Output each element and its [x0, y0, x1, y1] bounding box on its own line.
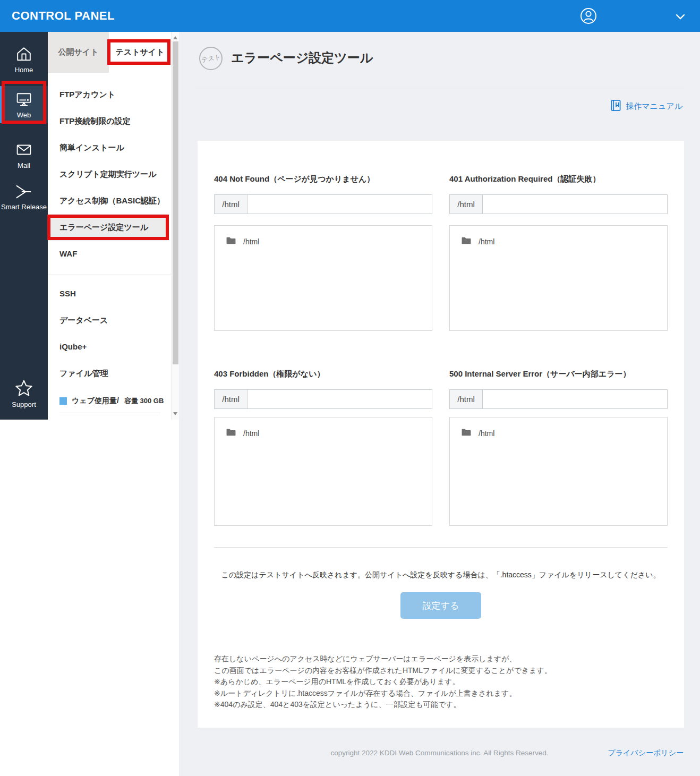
section-404-file-browser: /html — [214, 225, 432, 331]
rail-label-home: Home — [0, 66, 48, 74]
sidebar-item-error-page-tool[interactable]: エラーページ設定ツール — [48, 214, 168, 241]
section-401-title: 401 Authorization Required（認証失敗） — [449, 174, 668, 184]
manual-link[interactable]: 操作マニュアル — [610, 99, 682, 113]
section-401-tree-label: /html — [479, 237, 494, 246]
app-title: CONTROL PANEL — [12, 0, 115, 32]
scrollbar-down-arrow[interactable] — [173, 412, 177, 415]
section-404-tree-label: /html — [243, 237, 259, 246]
tab-public-site[interactable]: 公開サイト — [48, 32, 109, 73]
section-401: 401 Authorization Required（認証失敗） /html /… — [449, 141, 668, 331]
sidebar-item-easy-install[interactable]: 簡単インストール — [48, 134, 171, 161]
section-401-path-input[interactable] — [482, 194, 668, 214]
usage-label: ウェブ使用量/ — [72, 396, 119, 406]
sidebar-item-ftp-restriction[interactable]: FTP接続制限の設定 — [48, 108, 171, 134]
user-circle-icon — [579, 18, 597, 27]
section-404-tree-root[interactable]: /html — [226, 236, 259, 247]
usage-legend-square — [59, 397, 67, 405]
tab-test-site[interactable]: テストサイト — [109, 32, 171, 73]
section-401-path-prefix: /html — [449, 194, 482, 214]
section-403-title: 403 Forbidden（権限がない） — [214, 369, 432, 379]
sidebar-item-script-scheduler[interactable]: スクリプト定期実行ツール — [48, 161, 171, 187]
star-icon — [0, 378, 48, 398]
sidebar-item-file-manager[interactable]: ファイル管理 — [48, 360, 171, 387]
rail-item-mail[interactable]: Mail — [0, 137, 48, 171]
settings-card: 404 Not Found（ページが見つかりません） /html /html — [198, 141, 684, 728]
app-header: CONTROL PANEL — [0, 0, 700, 32]
rail-item-support[interactable]: Support — [0, 375, 48, 415]
rail-label-smart-release: Smart Release — [0, 203, 48, 211]
usage-capacity: 容量 300 GB — [124, 396, 164, 406]
description-notes: 存在しないページへのアクセス時などにウェブサーバーはエラーページを表示しますが、… — [214, 653, 668, 711]
monitor-icon — [0, 90, 48, 109]
scrollbar-up-arrow[interactable] — [173, 36, 177, 39]
home-icon — [0, 45, 48, 64]
note-line: ※ルートディレクトリに.htaccessファイルが存在する場合、ファイルが上書き… — [214, 688, 668, 700]
scrollbar-thumb[interactable] — [173, 41, 178, 364]
section-404-path-input[interactable] — [247, 194, 432, 214]
reflect-notice: この設定はテストサイトへ反映されます。公開サイトへ設定を反映する場合は、「.ht… — [198, 570, 684, 580]
section-403-tree-label: /html — [243, 429, 259, 438]
sidebar-menu: FTPアカウント FTP接続制限の設定 簡単インストール スクリプト定期実行ツー… — [48, 81, 171, 413]
submit-button[interactable]: 設定する — [400, 592, 481, 619]
double-chevron-icon — [0, 183, 48, 201]
folder-icon — [226, 236, 236, 247]
book-icon — [610, 99, 626, 113]
section-500-tree-root[interactable]: /html — [461, 428, 494, 439]
sidebar-item-access-control[interactable]: アクセス制御（BASIC認証） — [48, 187, 171, 214]
section-401-input-group: /html — [449, 194, 668, 214]
test-mode-badge-label: テスト — [200, 52, 221, 64]
note-line: 存在しないページへのアクセス時などにウェブサーバーはエラーページを表示しますが、 — [214, 653, 668, 665]
folder-icon — [461, 236, 472, 247]
note-line: この画面ではエラーページの内容をお客様が作成されたHTMLファイルに変更すること… — [214, 665, 668, 677]
section-500-input-group: /html — [449, 389, 668, 409]
folder-icon — [461, 428, 472, 439]
site-tabs: 公開サイト テストサイト — [48, 32, 171, 73]
sidebar-divider — [48, 275, 171, 275]
rail-label-mail: Mail — [0, 161, 48, 170]
section-403-file-browser: /html — [214, 417, 432, 526]
test-mode-badge: テスト — [199, 47, 223, 70]
section-403-path-prefix: /html — [214, 389, 247, 409]
section-403-input-group: /html — [214, 389, 432, 409]
section-500-path-prefix: /html — [449, 389, 482, 409]
section-500-title: 500 Internal Server Error（サーバー内部エラー） — [449, 369, 668, 379]
card-divider — [214, 547, 668, 548]
sidebar-item-ftp-account[interactable]: FTPアカウント — [48, 81, 171, 108]
folder-icon — [226, 428, 236, 439]
section-403-tree-root[interactable]: /html — [226, 428, 259, 439]
usage-divider — [59, 413, 160, 413]
user-account-button[interactable] — [579, 7, 597, 25]
privacy-policy-link[interactable]: プライバシーポリシー — [608, 748, 684, 758]
section-404-title: 404 Not Found（ページが見つかりません） — [214, 174, 432, 184]
rail-item-home[interactable]: Home — [0, 42, 48, 78]
rail-label-web: Web — [0, 111, 48, 120]
section-500-tree-label: /html — [479, 429, 494, 438]
sidebar-item-ssh[interactable]: SSH — [48, 280, 171, 307]
main-content: テスト エラーページ設定ツール 操作マニュアル 404 Not Found（ペー… — [179, 32, 700, 776]
section-500-path-input[interactable] — [482, 389, 668, 409]
section-403-path-input[interactable] — [247, 389, 432, 409]
web-usage-meter[interactable]: ウェブ使用量/ 容量 300 GB — [59, 396, 171, 406]
header-menu-toggle[interactable] — [676, 13, 686, 20]
section-404: 404 Not Found（ページが見つかりません） /html /html — [214, 141, 432, 331]
note-line: ※あらかじめ、エラーページ用のHTMLを作成しておく必要があります。 — [214, 676, 668, 688]
section-403: 403 Forbidden（権限がない） /html /html — [214, 331, 432, 526]
sidebar-item-waf[interactable]: WAF — [48, 241, 171, 267]
note-line: ※404のみ設定、404と403を設定といったように、一部設定も可能です。 — [214, 699, 668, 711]
chevron-down-icon — [676, 13, 685, 22]
sidebar-item-database[interactable]: データベース — [48, 307, 171, 334]
nav-rail: Home Web Mail — [0, 32, 48, 420]
section-401-file-browser: /html — [449, 225, 668, 331]
rail-item-smart-release[interactable]: Smart Release — [0, 181, 48, 225]
title-divider — [195, 89, 684, 89]
section-404-input-group: /html — [214, 194, 432, 214]
rail-item-web[interactable]: Web — [0, 86, 48, 123]
error-sections-grid: 404 Not Found（ページが見つかりません） /html /html — [198, 141, 684, 526]
sidebar-item-iqube[interactable]: iQube+ — [48, 334, 171, 360]
sidebar-scrollbar[interactable] — [171, 32, 179, 420]
sidebar: 公開サイト テストサイト FTPアカウント FTP接続制限の設定 簡単インストー… — [48, 32, 171, 420]
page-title: エラーページ設定ツール — [231, 49, 373, 66]
section-404-path-prefix: /html — [214, 194, 247, 214]
section-500: 500 Internal Server Error（サーバー内部エラー） /ht… — [449, 331, 668, 526]
section-401-tree-root[interactable]: /html — [461, 236, 494, 247]
